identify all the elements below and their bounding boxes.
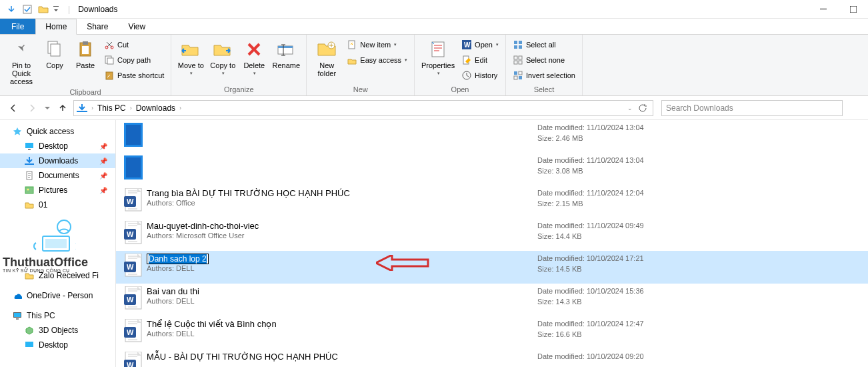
- svg-rect-8: [82, 46, 89, 54]
- svg-rect-36: [25, 143, 33, 148]
- move-to-button[interactable]: Move to▾: [175, 37, 206, 77]
- folder-icon: [24, 200, 35, 210]
- file-authors: Authors: DELL: [147, 264, 537, 272]
- minimize-button[interactable]: [808, 0, 838, 19]
- navigation-tree: Quick access Desktop📌 Downloads📌 Documen…: [0, 120, 116, 367]
- properties-button[interactable]: Properties▾: [419, 37, 457, 77]
- crumb-this-pc[interactable]: This PC: [95, 103, 129, 113]
- back-button[interactable]: [5, 100, 21, 116]
- tree-documents[interactable]: Documents📌: [0, 168, 115, 183]
- group-open: Properties▾ WOpen▾ Edit History Open: [415, 35, 506, 95]
- svg-rect-31: [514, 71, 517, 75]
- select-all-button[interactable]: Select all: [510, 37, 578, 52]
- qat-dropdown-icon[interactable]: [52, 2, 60, 17]
- tree-downloads[interactable]: Downloads📌: [0, 153, 115, 168]
- new-item-icon: [347, 39, 357, 50]
- up-button[interactable]: [55, 100, 71, 116]
- tree-quick-access[interactable]: Quick access: [0, 124, 115, 139]
- tree-zalo[interactable]: Zalo Received Fi: [0, 268, 115, 283]
- tab-file[interactable]: File: [0, 19, 35, 34]
- tab-view[interactable]: View: [118, 19, 155, 34]
- file-row[interactable]: WMẪU - BÀI DỰ THI TRƯỜNG HỌC HẠNH PHÚCDa…: [116, 349, 868, 367]
- pin-icon: [11, 39, 32, 60]
- pin-to-quick-access-button[interactable]: Pin to Quick access: [4, 37, 39, 87]
- file-name: Trang bìa BÀI DỰ THI TRƯỜNG HỌC HẠNH PHÚ…: [147, 188, 350, 198]
- svg-rect-50: [126, 125, 141, 145]
- svg-rect-28: [519, 56, 522, 59]
- checkbox-qat-icon[interactable]: [20, 2, 35, 17]
- select-none-button[interactable]: Select none: [510, 53, 578, 67]
- file-row[interactable]: WMau-quyet-dinh-cho-thoi-viecAuthors: Mi…: [116, 218, 868, 251]
- pin-icon: 📌: [99, 143, 107, 150]
- easy-access-button[interactable]: Easy access▾: [344, 53, 410, 67]
- tree-desktop[interactable]: Desktop📌: [0, 139, 115, 153]
- svg-text:W: W: [127, 230, 134, 238]
- svg-rect-1: [53, 6, 59, 7]
- recent-button[interactable]: [43, 100, 52, 116]
- new-folder-button[interactable]: New folder: [311, 37, 343, 79]
- folder-qat-icon[interactable]: [36, 2, 51, 17]
- rename-button[interactable]: Rename: [270, 37, 302, 71]
- window-title: Downloads: [78, 5, 117, 14]
- paste-button[interactable]: Paste: [71, 37, 100, 71]
- svg-rect-43: [14, 313, 21, 317]
- forward-button[interactable]: [24, 100, 40, 116]
- file-row[interactable]: Date modified: 11/10/2024 13:04Size: 2.4…: [116, 120, 868, 153]
- svg-rect-30: [519, 61, 522, 64]
- file-details: Date modified: 11/10/2024 09:49Size: 14.…: [537, 221, 863, 248]
- open-button[interactable]: WOpen▾: [459, 37, 501, 52]
- search-input[interactable]: Search Downloads: [661, 100, 843, 116]
- rename-input[interactable]: Danh sach lop 2: [147, 254, 209, 264]
- group-label-organize: Organize: [175, 84, 302, 94]
- file-row[interactable]: Date modified: 11/10/2024 13:04Size: 3.0…: [116, 153, 868, 186]
- file-row[interactable]: WBai van du thiAuthors: DELLDate modifie…: [116, 284, 868, 316]
- group-label-open: Open: [419, 84, 501, 94]
- copy-path-button[interactable]: Copy path: [101, 53, 167, 67]
- down-arrow-icon[interactable]: [4, 2, 19, 17]
- refresh-icon[interactable]: [635, 103, 650, 113]
- pin-icon: 📌: [99, 157, 107, 165]
- address-bar[interactable]: › This PC › Downloads › ⌄: [73, 100, 653, 116]
- copy-path-icon: [104, 55, 115, 65]
- crumb-downloads[interactable]: Downloads: [133, 103, 178, 113]
- paste-shortcut-button[interactable]: Paste shortcut: [101, 68, 167, 83]
- tab-share[interactable]: Share: [77, 19, 118, 34]
- file-row[interactable]: WDanh sach lop 2Authors: DELLDate modifi…: [116, 251, 868, 284]
- delete-button[interactable]: Delete▾: [239, 37, 269, 77]
- tree-3d-objects[interactable]: 3D Objects: [0, 323, 115, 338]
- file-type-icon: W: [123, 352, 144, 367]
- tree-desktop2[interactable]: Desktop: [0, 338, 115, 352]
- tree-onedrive[interactable]: OneDrive - Person: [0, 288, 115, 303]
- file-authors: Authors: Microsoft Office User: [147, 232, 537, 240]
- group-label-clipboard: Clipboard: [4, 87, 167, 97]
- tab-home[interactable]: Home: [35, 19, 77, 35]
- file-row[interactable]: WTrang bìa BÀI DỰ THI TRƯỜNG HỌC HẠNH PH…: [116, 186, 868, 218]
- edit-button[interactable]: Edit: [459, 53, 501, 67]
- addr-dropdown-icon[interactable]: ⌄: [625, 105, 635, 111]
- file-list: Date modified: 11/10/2024 13:04Size: 2.4…: [116, 120, 868, 367]
- file-row[interactable]: WThể lệ Cuộc thi viết và Bình chọnAuthor…: [116, 316, 868, 349]
- downloads-tree-icon: [24, 155, 35, 166]
- tree-01[interactable]: 01: [0, 198, 115, 212]
- svg-rect-44: [16, 318, 19, 320]
- svg-rect-25: [514, 45, 517, 49]
- file-authors: Authors: DELL: [147, 297, 537, 305]
- cut-button[interactable]: Cut: [101, 37, 167, 52]
- copy-button[interactable]: Copy: [40, 37, 69, 71]
- history-button[interactable]: History: [459, 68, 501, 83]
- svg-rect-34: [519, 76, 522, 79]
- tree-pictures[interactable]: Pictures📌: [0, 183, 115, 198]
- file-type-icon: W: [123, 188, 144, 215]
- copy-to-icon: [212, 39, 233, 60]
- copy-to-button[interactable]: Copy to▾: [207, 37, 238, 77]
- tree-this-pc[interactable]: This PC: [0, 308, 115, 323]
- maximize-button[interactable]: [838, 0, 868, 19]
- svg-text:W: W: [127, 263, 134, 271]
- invert-selection-button[interactable]: Invert selection: [510, 68, 578, 83]
- svg-rect-33: [514, 76, 517, 79]
- svg-rect-38: [25, 163, 34, 165]
- file-authors: Authors: DELL: [147, 330, 537, 338]
- new-item-button[interactable]: New item▾: [344, 37, 410, 52]
- file-type-icon: [123, 123, 144, 149]
- copy-icon: [44, 39, 65, 60]
